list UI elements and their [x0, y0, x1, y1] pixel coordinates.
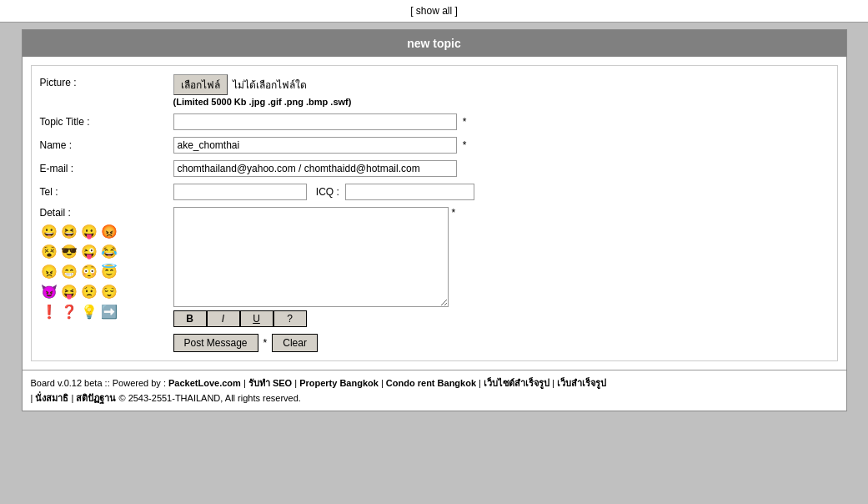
book-link[interactable]: นั่งสมาธิ — [35, 393, 68, 403]
picture-note: (Limited 5000 Kb .jpg .gif .png .bmp .sw… — [173, 97, 829, 107]
icq-label: ICQ : — [316, 186, 339, 198]
emoji-15[interactable]: 😟 — [80, 282, 98, 300]
no-file-text: ไม่ได้เลือกไฟล์ใด — [233, 77, 307, 93]
topic-title-input[interactable] — [173, 113, 457, 130]
email-input[interactable] — [173, 160, 457, 177]
tel-input[interactable] — [173, 184, 307, 200]
picture-row: Picture : เลือกไฟล์ ไม่ได้เลือกไฟล์ใด (L… — [40, 74, 829, 107]
picture-label: Picture : — [40, 74, 173, 88]
emoji-10[interactable]: 😁 — [60, 262, 78, 280]
detail-required-star: * — [452, 207, 456, 219]
bold-button[interactable]: B — [173, 310, 207, 327]
sati-link[interactable]: สติปัฏฐาน — [76, 393, 116, 403]
emoji-19[interactable]: 💡 — [80, 302, 98, 320]
websuccess-link[interactable]: เว็บสำเร็จรูป — [557, 378, 606, 388]
formatting-toolbar: B I U ? — [173, 310, 829, 327]
property-link[interactable]: Property Bangkok — [299, 378, 379, 388]
packetlove-link[interactable]: PacketLove.com — [168, 378, 241, 388]
topic-required-star: * — [463, 116, 467, 128]
show-all-link[interactable]: [ show all ] — [410, 5, 458, 17]
picture-field: เลือกไฟล์ ไม่ได้เลือกไฟล์ใด (Limited 500… — [173, 74, 829, 107]
clear-button[interactable]: Clear — [272, 334, 318, 352]
detail-textarea[interactable] — [173, 207, 449, 307]
detail-right: * B I U ? — [173, 207, 829, 327]
emoji-1[interactable]: 😀 — [40, 222, 58, 240]
seo-link[interactable]: รับทำ SEO — [248, 378, 292, 388]
post-message-button[interactable]: Post Message — [173, 334, 258, 352]
emoji-9[interactable]: 😠 — [40, 262, 58, 280]
tel-field: ICQ : — [173, 184, 829, 200]
email-field — [173, 160, 829, 177]
emoji-12[interactable]: 😇 — [100, 262, 118, 280]
detail-row: Detail : 😀 😆 😛 😡 😵 😎 😜 😂 😠 😁 😳 — [40, 207, 829, 327]
emoji-4[interactable]: 😡 — [100, 222, 118, 240]
emoji-20[interactable]: ➡️ — [100, 302, 118, 320]
topic-title-label: Topic Title : — [40, 113, 173, 128]
emoji-13[interactable]: 😈 — [40, 282, 58, 300]
name-field: * — [173, 137, 829, 154]
condo-link[interactable]: Condo rent Bangkok — [386, 378, 476, 388]
tel-row: Tel : ICQ : — [40, 184, 829, 200]
detail-label: Detail : — [40, 207, 173, 219]
emoji-5[interactable]: 😵 — [40, 242, 58, 260]
emoji-6[interactable]: 😎 — [60, 242, 78, 260]
webdesign-link[interactable]: เว็บไซต์สำเร็จรูป — [484, 378, 549, 388]
emoji-8[interactable]: 😂 — [100, 242, 118, 260]
emoji-16[interactable]: 😌 — [100, 282, 118, 300]
action-row: Post Message * Clear — [173, 334, 829, 352]
choose-file-button[interactable]: เลือกไฟล์ — [173, 74, 228, 95]
name-input[interactable] — [173, 137, 457, 154]
topic-title-field: * — [173, 113, 829, 130]
name-row: Name : * — [40, 137, 829, 154]
icq-input[interactable] — [345, 184, 474, 200]
emoji-grid: 😀 😆 😛 😡 😵 😎 😜 😂 😠 😁 😳 😇 😈 — [40, 222, 173, 320]
emoji-17[interactable]: ❗ — [40, 302, 58, 320]
email-label: E-mail : — [40, 160, 173, 174]
tel-label: Tel : — [40, 184, 173, 198]
italic-button[interactable]: I — [207, 310, 240, 327]
copyright-text: © 2543-2551-THAILAND, All rights reserve… — [118, 393, 300, 403]
emoji-7[interactable]: 😜 — [80, 242, 98, 260]
emoji-14[interactable]: 😝 — [60, 282, 78, 300]
emoji-3[interactable]: 😛 — [80, 222, 98, 240]
emoji-18[interactable]: ❓ — [60, 302, 78, 320]
panel-title: new topic — [23, 30, 846, 57]
powered-by-label: :: Powered by : — [105, 378, 166, 388]
board-version: Board v.0.12 beta — [31, 378, 103, 388]
underline-button[interactable]: U — [240, 310, 273, 327]
email-row: E-mail : — [40, 160, 829, 177]
name-label: Name : — [40, 137, 173, 151]
topic-title-row: Topic Title : * — [40, 113, 829, 130]
help-button[interactable]: ? — [273, 310, 307, 327]
emoji-2[interactable]: 😆 — [60, 222, 78, 240]
action-required-star: * — [263, 337, 268, 349]
footer: Board v.0.12 beta :: Powered by : Packet… — [23, 370, 846, 411]
emoji-11[interactable]: 😳 — [80, 262, 98, 280]
name-required-star: * — [463, 139, 467, 151]
